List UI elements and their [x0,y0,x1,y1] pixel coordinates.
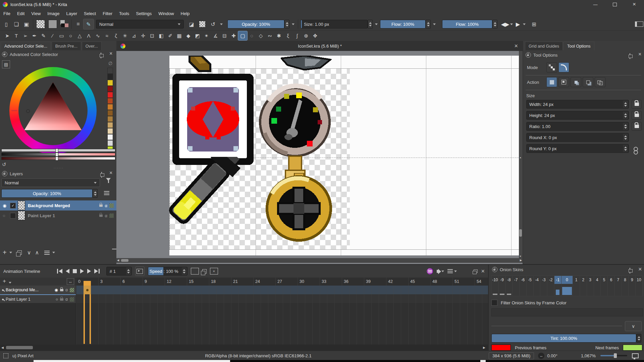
save-button[interactable]: ▣ [21,19,32,29]
layer-filter-icon[interactable] [106,178,111,186]
mirror-horizontal-button[interactable]: ◀▶ [500,19,510,29]
tool-color-sampler[interactable]: ✐ [166,31,175,40]
layer-row[interactable]: ○ Paint Layer 1 α [0,210,116,221]
mode-antialias-button[interactable] [558,62,569,72]
select-subtract-button[interactable] [583,77,593,87]
next-frame-button[interactable] [87,269,91,274]
onion-opacity-bar[interactable] [615,284,622,296]
float-panel-icon[interactable] [630,53,630,59]
onion-frame-cell[interactable]: -9 [499,276,506,296]
menu-item[interactable]: Image [44,9,63,18]
onion-opacity-bar[interactable] [587,284,594,296]
menu-item[interactable]: Select [80,9,99,18]
aspect-lock-button[interactable] [632,122,642,131]
layer-lock-icon[interactable] [60,298,63,301]
menu-item[interactable]: Layer [63,9,80,18]
close-button[interactable]: × [625,0,644,9]
field-spinner[interactable] [623,112,628,119]
onion-opacity-bar[interactable] [513,284,519,296]
remove-frame-button[interactable]: × [210,268,218,275]
inherit-alpha-icon[interactable] [70,288,74,292]
brush-settings-toggle[interactable]: ≡ [73,19,83,29]
field-spinner[interactable] [623,101,628,108]
minimize-button[interactable]: — [586,0,605,9]
prev-frame-button[interactable] [66,269,69,274]
visibility-eye-icon[interactable]: ○ [56,297,58,302]
onion-opacity-bar[interactable] [580,284,587,296]
tool-smart-patch[interactable]: ✚ [229,31,238,40]
alpha-lock-icon[interactable]: α [65,288,68,292]
timeline-scroll-handle[interactable] [6,346,33,349]
close-document-icon[interactable]: × [514,43,518,49]
flow-spinner[interactable] [426,20,431,28]
select-intersect-button[interactable] [558,77,569,87]
scroll-right-icon[interactable]: ▶ [483,346,485,349]
layer-checkbox[interactable] [10,213,16,219]
play-button[interactable] [80,269,84,274]
previous-frames-swatch[interactable] [491,345,511,351]
inherit-alpha-icon[interactable] [70,297,74,302]
tool-reference-images[interactable]: ⊟ [220,31,229,40]
brush-size-slider[interactable]: Size: 1.00 px [301,20,368,28]
color-swatch[interactable] [107,80,113,86]
tool-dynamic-brush[interactable]: ζ [111,31,120,40]
frame-ruler[interactable]: 0369121518212427303336394245485154 [76,278,488,286]
tool-calligraphy[interactable]: ✒ [30,31,39,40]
timeline-scrollbar[interactable]: ◀ ▶ [0,345,488,351]
onion-opacity-bar[interactable] [547,284,554,296]
frame-row-paint-layer[interactable] [76,294,488,303]
onion-frame-cell[interactable]: -6 [520,276,527,296]
tool-freehand-select[interactable]: ∾ [265,31,274,40]
onion-frame-cell[interactable]: -1 [554,276,561,296]
timeline-layer-row[interactable]: Background Me... ◉ α [0,286,76,295]
tint-slider[interactable]: Tint: 100.00% [491,334,636,343]
onion-frame-cell[interactable]: 9 [629,276,636,296]
mode-pixel-button[interactable] [546,62,557,72]
gradient-chooser[interactable] [36,20,45,28]
onion-opacity-bar[interactable] [540,284,547,296]
tool-polygon[interactable]: △ [75,31,84,40]
visibility-eye-icon[interactable]: ◉ [3,203,8,208]
h-scroll-handle[interactable] [121,259,128,262]
lock-icon[interactable] [2,52,7,57]
layer-properties-button[interactable] [44,251,50,255]
tool-magnetic-select[interactable]: ξ [283,31,292,40]
chevron-down-icon[interactable] [292,23,294,25]
canvas-rotation-icon[interactable]: ↔ [538,353,544,359]
chevron-down-icon[interactable] [9,282,11,284]
refresh-icon[interactable]: ↺ [2,162,6,168]
onion-opacity-bar[interactable] [534,284,540,296]
tool-bezier[interactable]: ∿ [93,31,102,40]
scroll-left-icon[interactable]: ◀ [1,346,4,349]
onion-frame-cell[interactable]: 2 [580,276,587,296]
float-panel-icon[interactable] [101,53,101,58]
tool-text[interactable]: T [12,31,21,40]
color-swatch[interactable] [107,128,113,134]
chevron-down-icon[interactable] [220,23,223,25]
dock-tab[interactable]: Advanced Color Sele... [1,42,51,50]
onion-opacity-bar[interactable] [561,284,573,296]
close-panel-icon[interactable]: × [638,266,642,272]
lock-icon[interactable] [492,267,497,272]
duplicate-layer-button[interactable] [17,250,22,255]
onion-skins-toggle-icon[interactable]: ♒ [426,268,433,275]
pattern-chooser[interactable] [48,20,57,28]
onion-frame-cell[interactable]: -8 [506,276,513,296]
tool-rectangle[interactable]: ▭ [57,31,66,40]
tool-enclose-fill[interactable]: ◩ [193,31,202,40]
onion-frame-cell[interactable]: -2 [547,276,554,296]
float-panel-icon[interactable] [630,268,630,274]
pin-icon[interactable] [2,299,4,300]
no-color-swatch[interactable]: ∅ [107,60,113,66]
flow-slider[interactable]: Flow: 100% [380,20,426,28]
color-swatch[interactable] [107,104,113,110]
dock-tab[interactable]: Tool Options [564,42,594,50]
scroll-right-icon[interactable]: ▶ [520,259,522,262]
color-swatch[interactable] [107,92,113,98]
auto-frame-mode-button[interactable] [135,266,145,276]
onion-frame-cell[interactable]: -4 [534,276,541,296]
chevron-down-icon[interactable] [9,252,12,253]
speed-spin[interactable]: Speed : 100 % [148,267,187,276]
brush-editor-toggle[interactable]: ✎ [83,19,94,29]
trim-to-selection-button[interactable]: ⊞ [529,19,539,29]
